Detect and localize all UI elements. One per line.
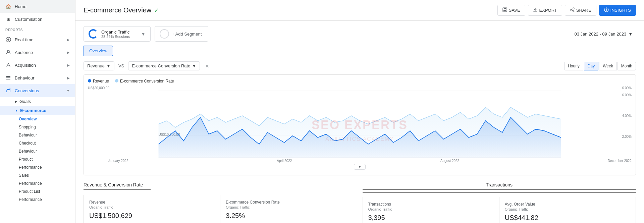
revenue-cards: Revenue Organic Traffic US$1,500,629 E-c… bbox=[84, 195, 357, 223]
check-icon: ✓ bbox=[154, 7, 159, 14]
scroll-button[interactable]: ▼ bbox=[354, 164, 366, 170]
time-btn-hourly[interactable]: Hourly bbox=[564, 62, 583, 70]
segment-sub: 28.29% Sessions bbox=[101, 35, 138, 39]
sidebar-item-shopping[interactable]: Shopping bbox=[0, 123, 75, 131]
topbar: E-commerce Overview ✓ SAVE EXPORT SHAR bbox=[75, 0, 644, 21]
sidebar-item-product-list-performance[interactable]: Performance bbox=[0, 179, 75, 187]
metric1-dropdown[interactable]: Revenue ▼ bbox=[84, 61, 114, 70]
sidebar-item-checkout[interactable]: Checkout bbox=[0, 139, 75, 147]
main-chart: US$10,000.00 bbox=[88, 91, 632, 158]
sidebar-item-overview[interactable]: Overview bbox=[0, 115, 75, 123]
x-label-apr: April 2022 bbox=[277, 159, 292, 163]
sidebar-item-home[interactable]: 🏠 Home bbox=[0, 0, 75, 13]
ecr-sublabel: Organic Traffic bbox=[226, 205, 351, 209]
revenue-value: US$1,500,629 bbox=[89, 212, 215, 220]
metric2-dropdown[interactable]: E-commerce Conversion Rate ▼ bbox=[128, 61, 200, 70]
transactions-sublabel: Organic Traffic bbox=[368, 207, 494, 211]
main-content: E-commerce Overview ✓ SAVE EXPORT SHAR bbox=[75, 0, 644, 223]
behaviour-expand-icon: ▶ bbox=[67, 76, 70, 80]
sidebar-item-product[interactable]: Product bbox=[0, 155, 75, 163]
chart-metrics: Revenue ▼ VS E-commerce Conversion Rate … bbox=[84, 61, 209, 70]
svg-text:ANALYTICS ACADEMY: ANALYTICS ACADEMY bbox=[325, 136, 394, 142]
tab-overview[interactable]: Overview bbox=[84, 46, 113, 56]
chart-controls: Revenue ▼ VS E-commerce Conversion Rate … bbox=[84, 61, 636, 70]
revenue-label: Revenue bbox=[89, 200, 215, 205]
x-label-aug: August 2022 bbox=[440, 159, 459, 163]
chart-container: US$20,000.00 6.00% US$10,000.00 bbox=[88, 86, 632, 163]
share-button[interactable]: SHARE bbox=[565, 5, 596, 16]
revenue-sublabel: Organic Traffic bbox=[89, 205, 215, 209]
sidebar-item-product-list[interactable]: Product List bbox=[0, 187, 75, 196]
behaviour-icon bbox=[5, 75, 11, 81]
svg-point-2 bbox=[7, 50, 9, 52]
avg-order-card: Avg. Order Value Organic Traffic US$441.… bbox=[499, 197, 636, 223]
segment-date-row: Organic Traffic 28.29% Sessions ▼ + Add … bbox=[84, 26, 636, 42]
revenue-section: Revenue & Conversion Rate Revenue Organi… bbox=[84, 182, 357, 223]
sidebar-item-customisation[interactable]: ⊞ Customisation bbox=[0, 13, 75, 25]
svg-point-1 bbox=[7, 39, 9, 41]
time-btn-day[interactable]: Day bbox=[584, 62, 598, 70]
goals-expand-icon: ▶ bbox=[15, 100, 17, 103]
svg-rect-7 bbox=[504, 8, 506, 9]
ecr-value: 3.25% bbox=[226, 212, 351, 220]
sidebar-item-goals[interactable]: ▶ Goals bbox=[0, 97, 75, 106]
date-range-picker[interactable]: 03 Jan 2022 - 09 Jan 2023 ▼ bbox=[571, 30, 636, 39]
customisation-icon: ⊞ bbox=[5, 16, 11, 22]
revenue-legend-dot bbox=[88, 79, 91, 82]
segment-chevron-icon[interactable]: ▼ bbox=[141, 31, 146, 37]
avg-order-sublabel: Organic Traffic bbox=[505, 207, 630, 211]
add-segment-button[interactable]: + Add Segment bbox=[155, 26, 208, 42]
page-title: E-commerce Overview bbox=[84, 6, 151, 14]
segment-circle bbox=[89, 29, 98, 39]
realtime-icon bbox=[5, 37, 11, 43]
acquisition-icon bbox=[5, 62, 11, 68]
sidebar-item-sales[interactable]: Sales bbox=[0, 171, 75, 179]
sidebar-item-realtime[interactable]: Real-time ▶ bbox=[0, 33, 75, 46]
segment-name: Organic Traffic bbox=[101, 30, 138, 35]
svg-rect-8 bbox=[503, 10, 506, 11]
transactions-label: Transactions bbox=[368, 202, 494, 207]
x-label-jan: January 2022 bbox=[108, 159, 128, 163]
metric2-chevron-icon: ▼ bbox=[192, 63, 196, 68]
y-right-mid: 4.00% bbox=[622, 112, 632, 120]
audience-expand-icon: ▶ bbox=[67, 51, 70, 54]
reports-section-label: REPORTS bbox=[0, 25, 75, 33]
segment-pill[interactable]: Organic Traffic 28.29% Sessions ▼ bbox=[84, 26, 151, 42]
vs-label: VS bbox=[118, 63, 124, 68]
close-metric2-button[interactable]: ✕ bbox=[205, 63, 209, 69]
realtime-expand-icon: ▶ bbox=[67, 38, 70, 42]
sidebar-item-product-list-perf2[interactable]: Performance bbox=[0, 196, 75, 204]
transactions-value: 3,395 bbox=[368, 214, 494, 222]
stats-two-col: Revenue & Conversion Rate Revenue Organi… bbox=[84, 182, 636, 223]
sidebar-item-conversions[interactable]: Conversions ▼ bbox=[0, 84, 75, 97]
home-icon: 🏠 bbox=[5, 3, 11, 9]
time-btn-month[interactable]: Month bbox=[618, 62, 636, 70]
transactions-title: Transactions bbox=[363, 182, 636, 190]
export-button[interactable]: EXPORT bbox=[528, 5, 562, 16]
ecr-legend-label: E-commerce Conversion Rate bbox=[120, 79, 174, 83]
svg-point-11 bbox=[570, 9, 572, 10]
svg-rect-4 bbox=[6, 77, 10, 78]
sidebar-item-ecommerce[interactable]: ▼ E-commerce bbox=[0, 106, 75, 115]
y-right-bot: 2.00% bbox=[622, 133, 632, 141]
sidebar-item-audience[interactable]: Audience ▶ bbox=[0, 46, 75, 59]
audience-icon bbox=[5, 49, 11, 55]
sidebar-item-acquisition[interactable]: Acquisition ▶ bbox=[0, 59, 75, 71]
svg-point-10 bbox=[573, 10, 574, 12]
sidebar-item-product-behaviour[interactable]: Behaviour bbox=[0, 147, 75, 155]
y-right-top: 6.00% bbox=[622, 92, 632, 99]
sidebar-item-sales-performance[interactable]: Performance bbox=[0, 163, 75, 171]
insights-button[interactable]: INSIGHTS bbox=[599, 5, 636, 16]
sidebar-item-behaviour[interactable]: Behaviour ▶ bbox=[0, 71, 75, 84]
insights-icon bbox=[604, 7, 609, 13]
ecr-legend-dot bbox=[115, 79, 118, 82]
revenue-section-title: Revenue & Conversion Rate bbox=[84, 182, 151, 190]
tab-bar: Overview bbox=[84, 46, 636, 56]
time-btn-week[interactable]: Week bbox=[599, 62, 616, 70]
content-area: Organic Traffic 28.29% Sessions ▼ + Add … bbox=[75, 21, 644, 223]
chart-area: Revenue E-commerce Conversion Rate US$20… bbox=[84, 74, 636, 175]
svg-rect-5 bbox=[6, 79, 10, 79]
sidebar-item-checkout-behaviour[interactable]: Behaviour bbox=[0, 131, 75, 139]
save-button[interactable]: SAVE bbox=[497, 5, 525, 16]
svg-point-9 bbox=[573, 8, 574, 9]
